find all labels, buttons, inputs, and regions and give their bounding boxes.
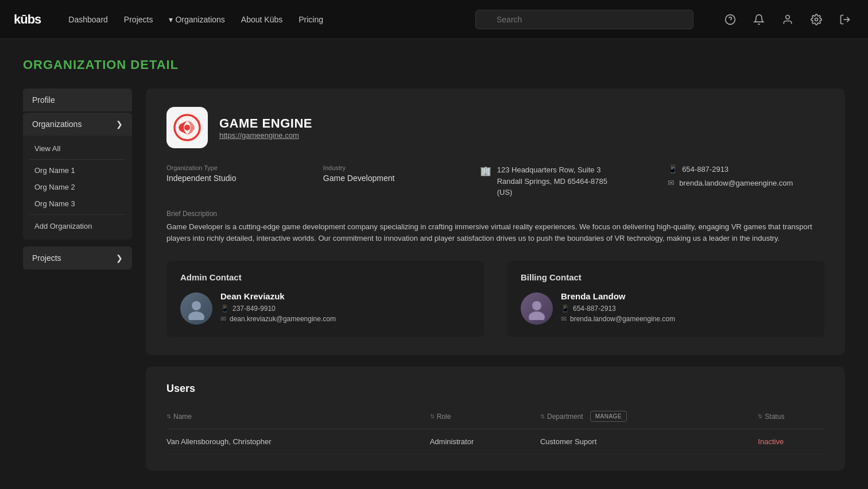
org-email-row: ✉ brenda.landow@gameengine.com [668,178,824,187]
admin-phone: 237-849-9910 [232,305,276,313]
sort-icon: ⇅ [758,413,762,419]
org-address-col: 🏢 123 Headquarters Row, Suite 3Randall S… [480,164,668,198]
sidebar-item-projects[interactable]: Projects ❯ [23,247,132,269]
bell-icon[interactable] [750,10,768,29]
logo-text: kūbs [14,12,41,27]
svg-point-7 [184,125,190,130]
nav-organizations[interactable]: ▾ Organizations [169,15,224,24]
nav-pricing[interactable]: Pricing [299,15,323,24]
chevron-down-icon: ❯ [116,120,123,129]
org-email: brenda.landow@gameengine.com [679,179,793,187]
sidebar-add-org[interactable]: Add Organization [23,217,132,235]
billing-avatar [521,292,553,325]
sidebar-divider-2 [30,214,125,215]
org-url[interactable]: https://gameengine.com [219,131,312,140]
svg-point-9 [188,311,204,320]
sidebar-org-3[interactable]: Org Name 3 [23,195,132,212]
manage-button[interactable]: MANAGE [590,411,627,422]
navbar: kūbs Dashboard Projects ▾ Organizations … [0,0,868,39]
page-container: ORGANIZATION DETAIL Profile Organization… [0,39,868,489]
col-department[interactable]: ⇅ Department MANAGE [540,406,758,429]
user-icon[interactable] [778,10,797,29]
settings-icon[interactable] [807,10,826,29]
org-address: 123 Headquarters Row, Suite 3Randall Spr… [497,164,607,198]
billing-phone-row: 📱 654-887-2913 [561,305,675,313]
org-name: GAME ENGINE [219,116,312,131]
phone-icon: 📱 [561,305,569,313]
admin-contact-info: Dean Kreviazuk 📱 237-849-9910 ✉ dean.kre… [220,291,336,325]
billing-contact-info: Brenda Landow 📱 654-887-2913 ✉ brenda.la… [561,291,675,325]
billing-email: brenda.landow@gameengine.com [570,315,675,323]
nav-about[interactable]: About Kübs [241,15,282,24]
help-icon[interactable] [721,10,739,29]
org-industry-value: Game Development [323,174,480,183]
col-name[interactable]: ⇅ Name [166,406,430,429]
admin-contact-name: Dean Kreviazuk [220,291,336,301]
sidebar-view-all[interactable]: View All [23,140,132,157]
org-contact-col: 📱 654-887-2913 ✉ brenda.landow@gameengin… [668,164,824,187]
org-meta-row: Organization Type Independent Studio Ind… [166,164,824,198]
billing-contact-person: Brenda Landow 📱 654-887-2913 ✉ brenda.la… [521,291,811,325]
svg-point-11 [529,311,545,320]
user-role: Administrator [430,429,540,455]
admin-avatar [180,292,212,325]
col-status[interactable]: ⇅ Status [758,406,824,429]
mail-icon: ✉ [668,178,675,187]
admin-contact-card: Admin Contact Dean Kreviazuk [166,261,484,337]
billing-contact-card: Billing Contact Brenda Landow [507,261,824,337]
sidebar-orgs-header[interactable]: Organizations ❯ [23,113,132,136]
sidebar-org-1[interactable]: Org Name 1 [23,162,132,179]
logo[interactable]: kūbs [14,12,41,27]
org-card: GAME ENGINE https://gameengine.com Organ… [146,88,845,355]
svg-point-10 [532,301,541,310]
org-type-label: Organization Type [166,164,323,171]
chevron-down-icon: ❯ [116,253,123,263]
logout-icon[interactable] [836,10,854,29]
svg-point-2 [786,15,790,19]
billing-phone: 654-887-2913 [573,305,616,313]
user-name: Van Allensborough, Christopher [166,429,430,455]
billing-contact-name: Brenda Landow [561,291,675,301]
user-department: Customer Suport [540,429,758,455]
org-desc-label: Brief Description [166,210,824,218]
nav-links: Dashboard Projects ▾ Organizations About… [68,15,457,24]
phone-icon: 📱 [668,164,677,174]
admin-email-row: ✉ dean.kreviazuk@gameengine.com [220,315,336,323]
billing-email-row: ✉ brenda.landow@gameengine.com [561,315,675,323]
sidebar-orgs-submenu: View All Org Name 1 Org Name 2 Org Name … [23,136,132,240]
search-input[interactable] [475,10,693,29]
org-desc-section: Brief Description Game Developer is a cu… [166,210,824,245]
phone-icon: 📱 [220,305,229,313]
col-role[interactable]: ⇅ Role [430,406,540,429]
user-status: Inactive [758,429,824,455]
svg-point-3 [815,18,818,21]
sort-icon: ⇅ [166,413,171,419]
nav-dashboard[interactable]: Dashboard [68,15,108,24]
content-layout: Profile Organizations ❯ View All Org Nam… [23,88,845,471]
nav-projects[interactable]: Projects [124,15,153,24]
table-row: Van Allensborough, Christopher Administr… [166,429,824,455]
sidebar: Profile Organizations ❯ View All Org Nam… [23,88,132,471]
org-header: GAME ENGINE https://gameengine.com [166,107,824,148]
org-industry-col: Industry Game Development [323,164,480,183]
org-logo [166,107,208,148]
admin-contact-title: Admin Contact [180,272,470,282]
search-wrap: 🔍 [475,10,693,29]
users-title: Users [166,383,824,395]
sidebar-org-2[interactable]: Org Name 2 [23,179,132,195]
admin-email: dean.kreviazuk@gameengine.com [230,315,336,323]
page-title: ORGANIZATION DETAIL [23,57,845,72]
admin-contact-person: Dean Kreviazuk 📱 237-849-9910 ✉ dean.kre… [180,291,470,325]
org-name-block: GAME ENGINE https://gameengine.com [219,116,312,140]
sort-icon: ⇅ [540,413,545,419]
sort-icon: ⇅ [430,413,435,419]
svg-point-8 [192,301,201,310]
org-phone-row: 📱 654-887-2913 [668,164,824,174]
org-type-col: Organization Type Independent Studio [166,164,323,183]
org-industry-label: Industry [323,164,480,171]
sidebar-item-profile[interactable]: Profile [23,88,132,111]
admin-phone-row: 📱 237-849-9910 [220,305,336,313]
org-type-value: Independent Studio [166,174,323,183]
contacts-section: Admin Contact Dean Kreviazuk [166,261,824,337]
sidebar-divider [30,159,125,160]
